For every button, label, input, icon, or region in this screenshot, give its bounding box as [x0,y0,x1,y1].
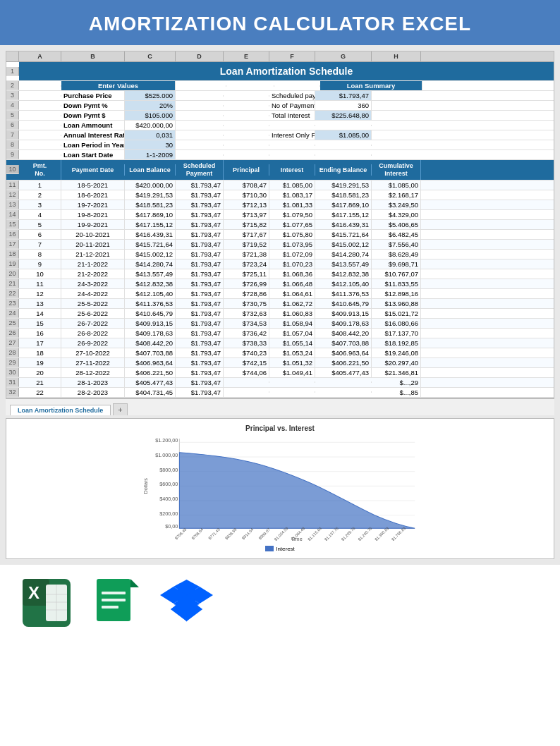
table-cell: $415.721,64 [315,230,372,239]
table-cell: 1 [19,181,61,190]
cell-6f [224,125,269,126]
table-cell: 21 [19,378,61,387]
col-header-e: E [224,51,269,61]
table-cell: $409.913,15 [125,319,176,328]
table-row: 302028-12-2022$406.221,50$1.793,47$744,0… [6,368,554,378]
table-cell: $417.869,10 [125,210,176,219]
row-num: 24 [6,309,19,318]
table-cell: $406.963,64 [125,358,176,367]
table-cell: $1.793,47 [176,230,224,239]
data-rows: 11118-5-2021$420.000,00$1.793,47$708,47$… [6,181,554,398]
row-num: 22 [6,289,19,298]
th-pmt-no: Pmt.No. [19,160,61,180]
svg-text:Dollars: Dollars [142,477,149,494]
th-cumulative-interest: CumulativeInterest [372,160,421,180]
th-loan-balance: Loan Balance [125,164,176,176]
cell-2e [226,85,274,87]
interest-rate-value[interactable]: 0,031 [125,130,176,140]
row-num: 20 [6,269,19,279]
table-cell: $417.155,12 [315,210,372,219]
table-cell: $736,42 [224,329,269,338]
table-cell: $1.072,09 [269,250,315,259]
add-sheet-button[interactable]: + [113,403,127,415]
table-cell: $710,30 [224,190,269,200]
table-cell: $3.249,50 [372,200,421,209]
loan-period-value[interactable]: 30 [125,140,176,149]
chart-legend: Interest [12,546,548,552]
no-payments-label: No of Payments [269,101,315,110]
table-cell: 18-5-2021 [61,181,125,190]
purchase-price-value[interactable]: $525.000 [125,91,176,100]
table-cell: $409.178,63 [125,329,176,338]
down-dollar-label: Down Pymt $ [61,111,125,120]
table-cell: 21-2-2022 [61,269,125,279]
table-cell: $415.002,12 [125,250,176,259]
table-cell: $2.168,17 [372,190,421,200]
table-cell: 18-6-2021 [61,190,125,200]
table-cell: 4 [19,210,61,219]
spreadsheet: A B C D E F G H 1 Loan Amortization Sche… [6,51,554,398]
cell-8a [19,145,61,146]
table-cell: $7.556,40 [372,240,421,249]
table-cell: $416.439,31 [315,220,372,229]
svg-text:$400,00: $400,00 [159,496,178,502]
table-cell: $6.482,45 [372,230,421,239]
table-cell: $406.963,64 [315,348,372,357]
interest-rate-label: Annual Interest Rate [61,130,125,140]
table-cell: $408.442,20 [125,338,176,348]
loan-summary-header: Loan Summary [320,81,422,90]
row-num: 27 [6,338,19,348]
down-dollar-value[interactable]: $105.000 [125,111,176,120]
table-cell: $21.346,81 [372,368,421,377]
svg-text:$768.84: $768.84 [190,527,204,540]
table-cell: 11 [19,279,61,288]
row-num: 29 [6,358,19,367]
table-cell: 19 [19,358,61,367]
row-num-8: 8 [6,140,19,149]
purchase-price-label: Purchase Price [61,91,125,100]
sheet-tab-amortization[interactable]: Loan Amortization Schedule [10,405,111,415]
col-header-g: G [315,51,372,61]
table-cell: 25-6-2022 [61,309,125,318]
cell-3e [176,95,224,97]
row-6: 6 Loan Ammount $420.000,00 [6,121,554,130]
cell-8f [224,145,269,146]
cell-7e [176,135,224,136]
table-cell: $1.055,14 [269,338,315,348]
loan-start-value[interactable]: 1-1-2009 [125,150,176,159]
table-cell: $4.329,00 [372,210,421,219]
legend-interest: Interest [265,546,295,552]
table-cell [269,391,315,393]
cell-9h [315,154,372,156]
table-cell: 28-2-2023 [61,388,125,397]
cell-9a [19,154,61,156]
row-4: 4 Down Pymt % 20% No of Payments 360 [6,101,554,111]
table-row: 211124-3-2022$412.832,38$1.793,47$726,99… [6,279,554,289]
row-num: 13 [6,200,19,209]
table-cell: 26-9-2022 [61,338,125,348]
table-cell: $415.721,64 [125,240,176,249]
svg-text:$200,00: $200,00 [159,510,178,516]
table-cell: $744,06 [224,368,269,377]
table-row: 251526-7-2022$409.913,15$1.793,47$734,53… [6,319,554,329]
table-cell: 17 [19,338,61,348]
row-num-10: 10 [6,165,19,174]
table-cell: $1.066,48 [269,279,315,288]
table-cell: $12.898,16 [372,289,421,298]
loan-amount-value: $420.000,00 [125,121,176,130]
table-row: 16620-10-2021$416.439,31$1.793,47$717,67… [6,230,554,240]
table-cell: 24-3-2022 [61,279,125,288]
table-cell: $1.793,47 [176,279,224,288]
chart-area: $1.200,00 $1.000,00 $800,00 $600,00 $400… [12,435,548,544]
th-scheduled-payment: ScheduledPayment [176,160,224,180]
table-row: 291927-11-2022$406.963,64$1.793,47$742,1… [6,358,554,368]
down-pct-value[interactable]: 20% [125,101,176,110]
table-cell: 22 [19,388,61,397]
row-num-2: 2 [6,81,19,90]
table-cell: 10 [19,269,61,279]
table-cell: $5.406,65 [372,220,421,229]
svg-rect-43 [102,606,118,609]
cell-5a [19,115,61,116]
svg-text:$1.000,00: $1.000,00 [155,452,178,458]
table-cell: $414.280,74 [315,250,372,259]
